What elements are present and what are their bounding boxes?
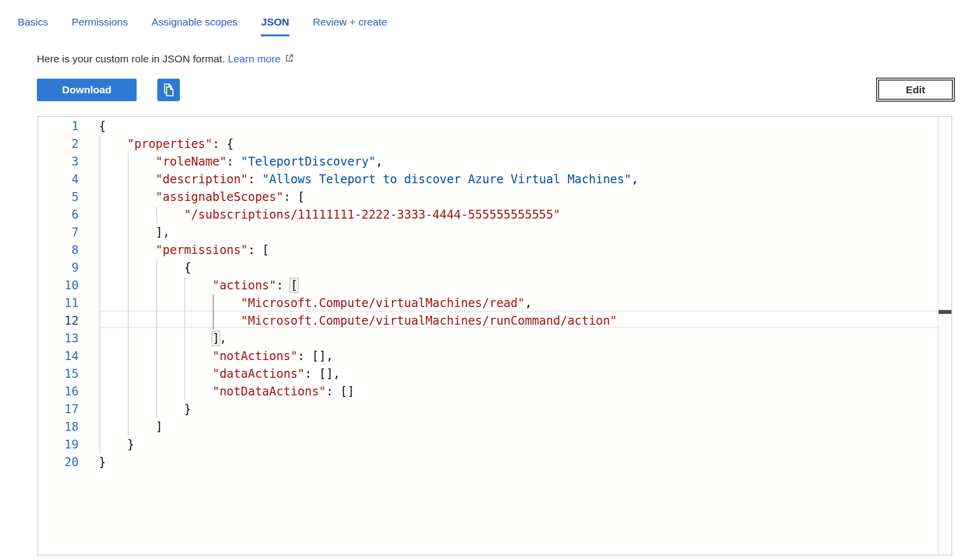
code-line: ], [99, 224, 938, 241]
code-line: ] [99, 418, 938, 436]
bracket-match-highlight: ] [212, 332, 219, 345]
line-number: 4 [38, 170, 99, 188]
line-number: 12 [38, 312, 99, 330]
line-number: 19 [38, 436, 99, 453]
code-line: ], [99, 330, 938, 347]
code-line: { [99, 117, 938, 135]
line-number: 8 [38, 241, 99, 259]
external-link-icon [284, 53, 294, 63]
line-number: 2 [38, 135, 99, 153]
json-editor[interactable]: 1234567891011121314151617181920 { "prope… [37, 116, 952, 556]
code-line: "roleName": "TeleportDiscovery", [99, 153, 938, 170]
code-line: "properties": { [99, 135, 938, 153]
code-line: "description": "Allows Teleport to disco… [99, 170, 938, 188]
line-number: 6 [38, 206, 99, 224]
code-line: "dataActions": [], [99, 365, 938, 383]
tab-review-create[interactable]: Review + create [313, 16, 387, 36]
overview-ruler[interactable] [938, 117, 951, 555]
bracket-match-highlight: [ [290, 279, 297, 292]
line-number: 14 [38, 347, 99, 365]
code-line: } [99, 436, 938, 453]
line-number: 5 [38, 188, 99, 206]
wizard-tabbar: Basics Permissions Assignable scopes JSO… [18, 16, 411, 36]
code-line: { [99, 259, 938, 277]
line-number: 3 [38, 153, 99, 170]
intro-text: Here is your custom role in JSON format.… [37, 52, 294, 66]
line-number: 20 [38, 453, 99, 471]
intro-sentence: Here is your custom role in JSON format. [37, 53, 225, 64]
line-number: 18 [38, 418, 99, 436]
line-number: 11 [38, 294, 99, 312]
line-number: 17 [38, 400, 99, 418]
tab-json[interactable]: JSON [261, 16, 289, 36]
line-number: 1 [38, 117, 99, 135]
line-number: 15 [38, 365, 99, 383]
learn-more-label: Learn more [228, 53, 281, 64]
code-line: "permissions": [ [99, 241, 938, 259]
line-number: 13 [38, 330, 99, 347]
code-line: } [99, 400, 938, 418]
code-line: } [99, 453, 938, 471]
code-line: "notActions": [], [99, 347, 938, 365]
tab-assignable-scopes[interactable]: Assignable scopes [151, 16, 237, 36]
edit-button[interactable]: Edit [876, 78, 955, 102]
line-number-gutter: 1234567891011121314151617181920 [38, 117, 99, 555]
line-number: 16 [38, 383, 99, 400]
tab-permissions[interactable]: Permissions [72, 16, 128, 36]
code-line: "/subscriptions/11111111-2222-3333-4444-… [99, 206, 938, 224]
line-number: 9 [38, 259, 99, 277]
code-line: "assignableScopes": [ [99, 188, 938, 206]
tab-basics[interactable]: Basics [18, 16, 48, 36]
code-line: "Microsoft.Compute/virtualMachines/read"… [99, 294, 938, 312]
download-button[interactable]: Download [37, 79, 137, 101]
code-area[interactable]: { "properties": { "roleName": "TeleportD… [99, 117, 938, 555]
learn-more-link[interactable]: Learn more [228, 53, 294, 64]
custom-role-json-page: Basics Permissions Assignable scopes JSO… [0, 0, 973, 560]
overview-ruler-cursor-marker [939, 310, 951, 314]
copy-button[interactable] [157, 79, 180, 101]
line-number: 10 [38, 277, 99, 294]
line-number: 7 [38, 224, 99, 241]
code-line: "Microsoft.Compute/virtualMachines/runCo… [99, 312, 938, 330]
code-line: "notDataActions": [] [99, 383, 938, 400]
copy-pages-icon [162, 83, 175, 97]
code-line: "actions": [ [99, 277, 938, 294]
